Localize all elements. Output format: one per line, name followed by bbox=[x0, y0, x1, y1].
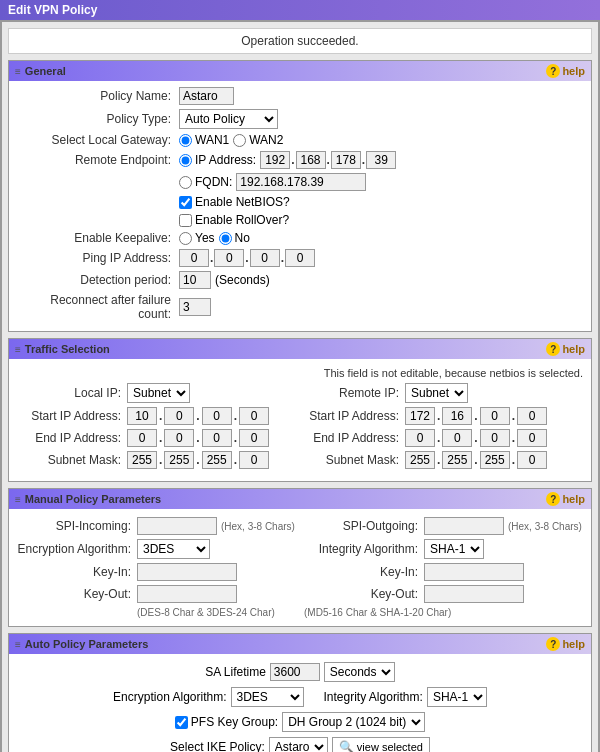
remote-ip4[interactable] bbox=[366, 151, 396, 169]
left-subnet4[interactable] bbox=[239, 451, 269, 469]
policy-name-input[interactable] bbox=[179, 87, 234, 105]
auto-integrity-group: Integrity Algorithm: SHA-1 MD5 bbox=[324, 687, 487, 707]
keepalive-no-item[interactable]: No bbox=[219, 231, 250, 245]
auto-help-link[interactable]: ? help bbox=[546, 637, 585, 651]
general-section-header: ≡ General ? help bbox=[9, 61, 591, 81]
netbios-row: Enable NetBIOS? bbox=[19, 195, 581, 209]
auto-integrity-select[interactable]: SHA-1 MD5 bbox=[427, 687, 487, 707]
left-start-ip3[interactable] bbox=[202, 407, 232, 425]
left-start-ip1[interactable] bbox=[127, 407, 157, 425]
key-in-right-row: Key-In: bbox=[304, 563, 583, 581]
keepalive-yes-item[interactable]: Yes bbox=[179, 231, 215, 245]
ip-address-radio-item[interactable]: IP Address: bbox=[179, 153, 256, 167]
gateway-value: WAN1 WAN2 bbox=[179, 133, 581, 147]
remote-ip-select[interactable]: Subnet Single bbox=[405, 383, 468, 403]
traffic-help-link[interactable]: ? help bbox=[546, 342, 585, 356]
left-start-ip2[interactable] bbox=[164, 407, 194, 425]
ip-address-radio[interactable] bbox=[179, 154, 192, 167]
remote-ip3[interactable] bbox=[331, 151, 361, 169]
pfs-checkbox-item[interactable]: PFS Key Group: bbox=[175, 715, 278, 729]
enc-algo-left-select[interactable]: 3DES AES-128 bbox=[137, 539, 210, 559]
key-in-left-input[interactable] bbox=[137, 563, 237, 581]
right-end-ip2[interactable] bbox=[442, 429, 472, 447]
right-subnet2[interactable] bbox=[442, 451, 472, 469]
general-help-link[interactable]: ? help bbox=[546, 64, 585, 78]
right-start-ip-row: Start IP Address: . . . bbox=[305, 407, 583, 425]
key-out-left-input[interactable] bbox=[137, 585, 237, 603]
rollover-checkbox[interactable] bbox=[179, 214, 192, 227]
keepalive-yes-radio[interactable] bbox=[179, 232, 192, 245]
left-end-ip2[interactable] bbox=[164, 429, 194, 447]
rollover-checkbox-item[interactable]: Enable RollOver? bbox=[179, 213, 289, 227]
spi-incoming-input[interactable] bbox=[137, 517, 217, 535]
left-subnet-val: . . . bbox=[127, 451, 269, 469]
spi-incoming-val: (Hex, 3-8 Chars) bbox=[137, 517, 295, 535]
left-end-ip1[interactable] bbox=[127, 429, 157, 447]
fqdn-radio[interactable] bbox=[179, 176, 192, 189]
pfs-select[interactable]: DH Group 2 (1024 bit) DH Group 1 (768 bi… bbox=[282, 712, 425, 732]
key-in-right-val bbox=[424, 563, 524, 581]
pfs-label: PFS Key Group: bbox=[191, 715, 278, 729]
wan2-radio-item[interactable]: WAN2 bbox=[233, 133, 283, 147]
local-ip-select[interactable]: Subnet Single bbox=[127, 383, 190, 403]
right-end-ip3[interactable] bbox=[480, 429, 510, 447]
keepalive-no-radio[interactable] bbox=[219, 232, 232, 245]
spi-outgoing-hint: (Hex, 3-8 Chars) bbox=[508, 521, 582, 532]
general-section-icon: ≡ bbox=[15, 66, 21, 77]
right-start-ip4[interactable] bbox=[517, 407, 547, 425]
detection-unit: (Seconds) bbox=[215, 273, 270, 287]
ping-ip2[interactable] bbox=[214, 249, 244, 267]
right-start-ip1[interactable] bbox=[405, 407, 435, 425]
ping-ip1[interactable] bbox=[179, 249, 209, 267]
rollover-label: Enable RollOver? bbox=[195, 213, 289, 227]
manual-help-link[interactable]: ? help bbox=[546, 492, 585, 506]
left-subnet1[interactable] bbox=[127, 451, 157, 469]
pfs-checkbox[interactable] bbox=[175, 716, 188, 729]
manual-help-text: help bbox=[562, 493, 585, 505]
right-start-ip3[interactable] bbox=[480, 407, 510, 425]
integrity-right-select[interactable]: SHA-1 MD5 bbox=[424, 539, 484, 559]
auto-enc-select[interactable]: 3DES AES-128 bbox=[231, 687, 304, 707]
right-subnet4[interactable] bbox=[517, 451, 547, 469]
key-in-right-input[interactable] bbox=[424, 563, 524, 581]
left-subnet-label: Subnet Mask: bbox=[17, 453, 127, 467]
wan2-radio[interactable] bbox=[233, 134, 246, 147]
left-end-ip3[interactable] bbox=[202, 429, 232, 447]
reconnect-input[interactable] bbox=[179, 298, 211, 316]
ping-ip4[interactable] bbox=[285, 249, 315, 267]
fqdn-radio-item[interactable]: FQDN: bbox=[179, 175, 232, 189]
remote-ip-row: Remote IP: Subnet Single bbox=[305, 383, 583, 403]
sa-lifetime-input[interactable] bbox=[270, 663, 320, 681]
netbios-checkbox-item[interactable]: Enable NetBIOS? bbox=[179, 195, 290, 209]
remote-ip1[interactable] bbox=[260, 151, 290, 169]
view-selected-button[interactable]: 🔍 view selected bbox=[332, 737, 430, 752]
wan1-radio[interactable] bbox=[179, 134, 192, 147]
detection-input[interactable] bbox=[179, 271, 211, 289]
auto-enc-group: Encryption Algorithm: 3DES AES-128 bbox=[113, 687, 303, 707]
auto-section-icon: ≡ bbox=[15, 639, 21, 650]
left-subnet2[interactable] bbox=[164, 451, 194, 469]
right-end-ip1[interactable] bbox=[405, 429, 435, 447]
policy-type-select[interactable]: Auto Policy Manual Policy bbox=[179, 109, 278, 129]
key-out-right-input[interactable] bbox=[424, 585, 524, 603]
left-subnet3[interactable] bbox=[202, 451, 232, 469]
ping-ip3[interactable] bbox=[250, 249, 280, 267]
right-end-ip4[interactable] bbox=[517, 429, 547, 447]
netbios-checkbox[interactable] bbox=[179, 196, 192, 209]
right-subnet3[interactable] bbox=[480, 451, 510, 469]
sa-lifetime-unit-select[interactable]: Seconds Minutes Hours bbox=[324, 662, 395, 682]
right-subnet-label: Subnet Mask: bbox=[305, 453, 405, 467]
left-end-ip4[interactable] bbox=[239, 429, 269, 447]
remote-ip2[interactable] bbox=[296, 151, 326, 169]
traffic-right-col: Remote IP: Subnet Single Start IP Addres… bbox=[305, 383, 583, 473]
right-subnet1[interactable] bbox=[405, 451, 435, 469]
right-start-ip2[interactable] bbox=[442, 407, 472, 425]
rollover-row: Enable RollOver? bbox=[19, 213, 581, 227]
wan1-radio-item[interactable]: WAN1 bbox=[179, 133, 229, 147]
traffic-two-col: Local IP: Subnet Single Start IP Address… bbox=[17, 383, 583, 473]
spi-outgoing-input[interactable] bbox=[424, 517, 504, 535]
ike-policy-select[interactable]: Astaro bbox=[269, 737, 328, 752]
fqdn-input[interactable] bbox=[236, 173, 366, 191]
detection-value: (Seconds) bbox=[179, 271, 581, 289]
left-start-ip4[interactable] bbox=[239, 407, 269, 425]
